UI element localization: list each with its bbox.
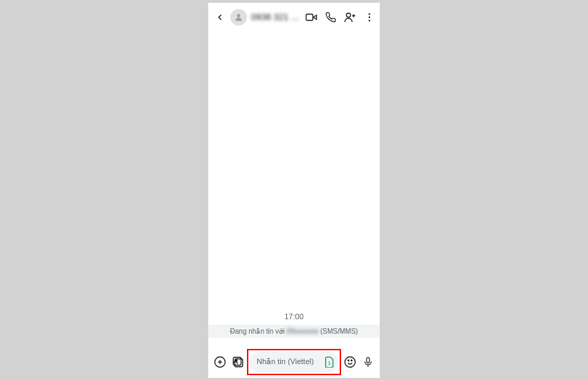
sms-info-banner: Đang nhắn tin với 09xxxxxxx (SMS/MMS) [208, 325, 380, 338]
svg-marker-2 [313, 15, 317, 19]
gallery-button[interactable] [232, 356, 244, 368]
svg-point-3 [347, 13, 351, 17]
message-timestamp: 17:00 [208, 312, 380, 321]
sim-selector[interactable]: 1 [324, 357, 334, 367]
chevron-left-icon [215, 12, 225, 22]
voice-input-button[interactable] [362, 356, 374, 368]
gallery-icon [232, 356, 244, 368]
svg-point-18 [351, 360, 353, 361]
message-input[interactable]: Nhắn tin (Viettel) 1 [250, 352, 338, 372]
messaging-app-screen: 0936 321 ... [208, 3, 380, 378]
svg-point-17 [348, 360, 349, 361]
sim-icon: 1 [324, 357, 334, 368]
composer-left-actions [214, 356, 244, 368]
person-icon [234, 12, 244, 22]
svg-point-8 [369, 19, 370, 21]
composer-right-actions [344, 356, 374, 368]
add-person-icon [344, 11, 356, 23]
info-phone-blurred: 09xxxxxxx [286, 327, 318, 335]
info-prefix: Đang nhắn tin với [230, 327, 287, 335]
input-placeholder: Nhắn tin (Viettel) [257, 357, 322, 366]
svg-point-0 [237, 14, 241, 17]
info-suffix: (SMS/MMS) [318, 327, 358, 335]
add-attachment-button[interactable] [214, 356, 226, 368]
conversation-header: 0936 321 ... [208, 3, 380, 32]
svg-point-6 [369, 13, 370, 15]
svg-text:1: 1 [328, 359, 331, 365]
video-call-button[interactable] [305, 11, 318, 23]
voice-call-button[interactable] [324, 11, 337, 23]
emoji-icon [344, 356, 356, 368]
video-icon [305, 11, 318, 23]
plus-circle-icon [214, 355, 226, 369]
message-input-wrap: Nhắn tin (Viettel) 1 [250, 352, 338, 372]
mic-icon [362, 356, 374, 368]
phone-icon [325, 12, 336, 23]
svg-point-16 [345, 357, 356, 367]
contact-name[interactable]: 0936 321 ... [251, 12, 302, 22]
more-options-button[interactable] [363, 11, 376, 23]
add-person-button[interactable] [344, 11, 356, 23]
emoji-button[interactable] [344, 356, 356, 368]
header-actions [305, 11, 376, 23]
svg-point-7 [369, 16, 370, 17]
conversation-area[interactable]: 17:00 Đang nhắn tin với 09xxxxxxx (SMS/M… [208, 32, 380, 338]
back-button[interactable] [212, 10, 228, 25]
svg-rect-1 [306, 14, 313, 20]
svg-rect-19 [367, 357, 369, 363]
more-vertical-icon [364, 12, 375, 23]
contact-avatar[interactable] [230, 9, 247, 26]
message-composer: Nhắn tin (Viettel) 1 [208, 352, 380, 372]
